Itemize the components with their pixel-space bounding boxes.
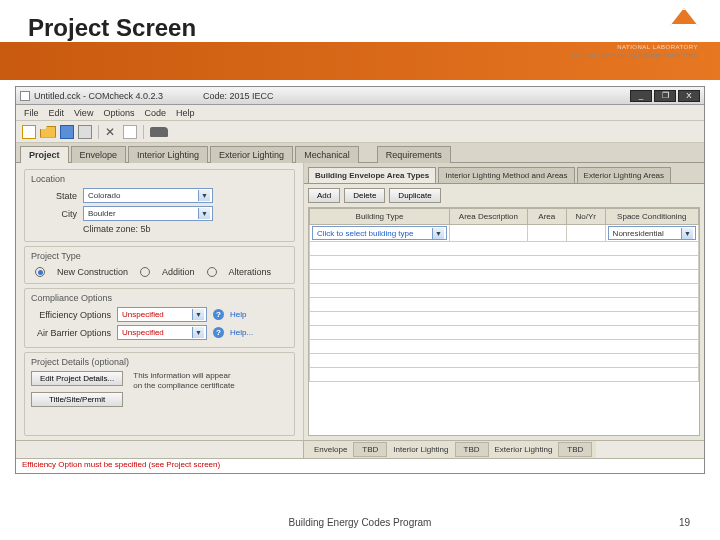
menu-view[interactable]: View [70, 107, 97, 119]
menu-options[interactable]: Options [99, 107, 138, 119]
help-link[interactable]: Help [230, 310, 246, 319]
tab-envelope[interactable]: Envelope [71, 146, 127, 163]
vehicle-icon[interactable] [150, 127, 168, 137]
main-tabs: Project Envelope Interior Lighting Exter… [16, 143, 704, 163]
efficiency-label: Efficiency Options [31, 310, 111, 320]
radio-new-construction[interactable] [35, 267, 45, 277]
project-type-fieldset: Project Type New Construction Addition A… [24, 246, 295, 284]
slide-footer: Building Energy Codes Program [289, 517, 432, 528]
chevron-down-icon: ▼ [192, 327, 204, 338]
chevron-down-icon: ▼ [192, 309, 204, 320]
add-button[interactable]: Add [308, 188, 340, 203]
print-icon[interactable] [78, 125, 92, 139]
building-type-value: Click to select building type [317, 229, 414, 238]
help-icon[interactable]: ? [213, 309, 224, 320]
project-type-title: Project Type [31, 251, 288, 261]
titlebar: Untitled.cck - COMcheck 4.0.2.3 Code: 20… [16, 87, 704, 105]
state-label: State [31, 191, 77, 201]
air-barrier-select[interactable]: Unspecified ▼ [117, 325, 207, 340]
cell-area[interactable] [527, 225, 566, 242]
menu-edit[interactable]: Edit [45, 107, 69, 119]
status-envelope-value: TBD [353, 442, 387, 457]
building-type-select[interactable]: Click to select building type ▼ [312, 226, 447, 240]
air-barrier-value: Unspecified [122, 328, 164, 337]
minimize-button[interactable]: _ [630, 90, 652, 102]
radio-alterations[interactable] [207, 267, 217, 277]
state-select[interactable]: Colorado ▼ [83, 188, 213, 203]
brand-sub2: Proudly Operated by Battelle Since 1965 [572, 52, 698, 59]
toolbar-separator [98, 125, 99, 139]
col-area-desc: Area Description [450, 209, 528, 225]
chevron-down-icon: ▼ [198, 208, 210, 219]
cell-noyr[interactable] [566, 225, 605, 242]
tab-exterior-lighting[interactable]: Exterior Lighting [210, 146, 293, 163]
chevron-down-icon: ▼ [198, 190, 210, 201]
help-icon[interactable]: ? [213, 327, 224, 338]
col-noyr: No/Yr [566, 209, 605, 225]
col-building-type: Building Type [310, 209, 450, 225]
right-toolbar: Add Delete Duplicate [304, 184, 704, 207]
brand-name: Pacific Northwest [572, 30, 698, 44]
menu-code[interactable]: Code [140, 107, 170, 119]
rtab-interior-lighting[interactable]: Interior Lighting Method and Areas [438, 167, 574, 183]
status-extlight-label: Exterior Lighting [489, 443, 559, 456]
menu-file[interactable]: File [20, 107, 43, 119]
tab-project[interactable]: Project [20, 146, 69, 163]
title-site-permit-button[interactable]: Title/Site/Permit [31, 392, 123, 407]
state-value: Colorado [88, 191, 120, 200]
duplicate-button[interactable]: Duplicate [389, 188, 440, 203]
radio-label: Addition [162, 267, 195, 277]
chevron-down-icon: ▼ [681, 228, 693, 239]
brand-sub1: NATIONAL LABORATORY [572, 44, 698, 50]
tab-requirements[interactable]: Requirements [377, 146, 451, 163]
status-extlight-value: TBD [558, 442, 592, 457]
tab-mechanical[interactable]: Mechanical [295, 146, 359, 163]
space-cond-value: Nonresidential [613, 229, 664, 238]
radio-label: Alterations [229, 267, 272, 277]
city-label: City [31, 209, 77, 219]
new-icon[interactable] [22, 125, 36, 139]
space-conditioning-select[interactable]: Nonresidential ▼ [608, 226, 696, 240]
cut-icon[interactable]: ✕ [105, 125, 119, 139]
help-link[interactable]: Help... [230, 328, 253, 337]
col-area: Area [527, 209, 566, 225]
compliance-fieldset: Compliance Options Efficiency Options Un… [24, 288, 295, 348]
copy-icon[interactable] [123, 125, 137, 139]
pnnl-logo-icon [670, 8, 698, 26]
right-pane: Building Envelope Area Types Interior Li… [304, 163, 704, 440]
rtab-envelope-types[interactable]: Building Envelope Area Types [308, 167, 436, 183]
toolbar-separator [143, 125, 144, 139]
cell-area-desc[interactable] [450, 225, 528, 242]
project-details-title: Project Details (optional) [31, 357, 288, 367]
radio-addition[interactable] [140, 267, 150, 277]
left-pane: Location State Colorado ▼ City Boulder ▼… [16, 163, 304, 440]
menu-help[interactable]: Help [172, 107, 199, 119]
location-fieldset: Location State Colorado ▼ City Boulder ▼… [24, 169, 295, 242]
maximize-button[interactable]: ❐ [654, 90, 676, 102]
radio-label: New Construction [57, 267, 128, 277]
document-icon [20, 91, 30, 101]
edit-project-details-button[interactable]: Edit Project Details... [31, 371, 123, 386]
chevron-down-icon: ▼ [432, 228, 444, 239]
compliance-title: Compliance Options [31, 293, 288, 303]
page-number: 19 [679, 517, 690, 528]
delete-button[interactable]: Delete [344, 188, 385, 203]
grid: Building Type Area Description Area No/Y… [308, 207, 700, 436]
window-title: Untitled.cck - COMcheck 4.0.2.3 [34, 91, 163, 101]
error-bar: Efficiency Option must be specified (see… [16, 458, 704, 473]
project-details-note: This information will appear on the comp… [133, 371, 234, 392]
table-row: Click to select building type ▼ Nonresid… [310, 225, 699, 242]
save-icon[interactable] [60, 125, 74, 139]
close-button[interactable]: X [678, 90, 700, 102]
toolbar: ✕ [16, 121, 704, 143]
city-value: Boulder [88, 209, 116, 218]
brand-block: Pacific Northwest NATIONAL LABORATORY Pr… [572, 8, 698, 59]
menubar: File Edit View Options Code Help [16, 105, 704, 121]
efficiency-select[interactable]: Unspecified ▼ [117, 307, 207, 322]
status-bar: Envelope TBD Interior Lighting TBD Exter… [16, 440, 704, 458]
tab-interior-lighting[interactable]: Interior Lighting [128, 146, 208, 163]
right-tabs: Building Envelope Area Types Interior Li… [304, 163, 704, 184]
open-icon[interactable] [40, 126, 56, 138]
city-select[interactable]: Boulder ▼ [83, 206, 213, 221]
rtab-exterior-lighting[interactable]: Exterior Lighting Areas [577, 167, 672, 183]
